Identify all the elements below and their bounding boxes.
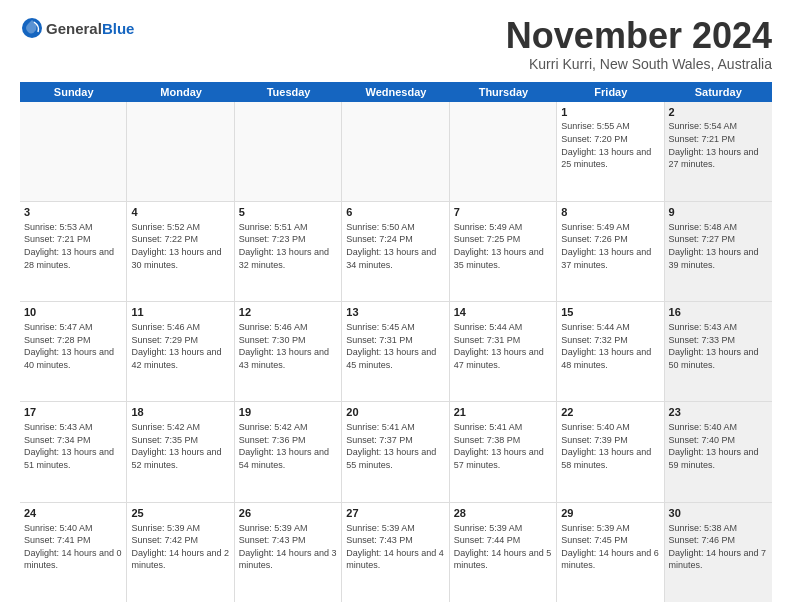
day-number-26: 26 [239, 506, 337, 521]
location: Kurri Kurri, New South Wales, Australia [506, 56, 772, 72]
day-number-20: 20 [346, 405, 444, 420]
header: GeneralBlue November 2024 Kurri Kurri, N… [20, 16, 772, 72]
day-number-21: 21 [454, 405, 552, 420]
day-number-22: 22 [561, 405, 659, 420]
day-info-23: Sunrise: 5:40 AM Sunset: 7:40 PM Dayligh… [669, 421, 768, 471]
day-number-24: 24 [24, 506, 122, 521]
day-22: 22Sunrise: 5:40 AM Sunset: 7:39 PM Dayli… [557, 402, 664, 501]
day-21: 21Sunrise: 5:41 AM Sunset: 7:38 PM Dayli… [450, 402, 557, 501]
day-info-14: Sunrise: 5:44 AM Sunset: 7:31 PM Dayligh… [454, 321, 552, 371]
day-13: 13Sunrise: 5:45 AM Sunset: 7:31 PM Dayli… [342, 302, 449, 401]
day-29: 29Sunrise: 5:39 AM Sunset: 7:45 PM Dayli… [557, 503, 664, 602]
day-4: 4Sunrise: 5:52 AM Sunset: 7:22 PM Daylig… [127, 202, 234, 301]
day-number-12: 12 [239, 305, 337, 320]
day-info-18: Sunrise: 5:42 AM Sunset: 7:35 PM Dayligh… [131, 421, 229, 471]
day-info-27: Sunrise: 5:39 AM Sunset: 7:43 PM Dayligh… [346, 522, 444, 572]
day-number-23: 23 [669, 405, 768, 420]
calendar-body: 1Sunrise: 5:55 AM Sunset: 7:20 PM Daylig… [20, 102, 772, 602]
header-thursday: Thursday [450, 82, 557, 102]
day-info-16: Sunrise: 5:43 AM Sunset: 7:33 PM Dayligh… [669, 321, 768, 371]
week-row-4: 17Sunrise: 5:43 AM Sunset: 7:34 PM Dayli… [20, 402, 772, 502]
day-number-29: 29 [561, 506, 659, 521]
header-friday: Friday [557, 82, 664, 102]
day-number-9: 9 [669, 205, 768, 220]
day-info-6: Sunrise: 5:50 AM Sunset: 7:24 PM Dayligh… [346, 221, 444, 271]
day-info-26: Sunrise: 5:39 AM Sunset: 7:43 PM Dayligh… [239, 522, 337, 572]
empty-cell [20, 102, 127, 201]
day-number-4: 4 [131, 205, 229, 220]
day-number-16: 16 [669, 305, 768, 320]
day-number-13: 13 [346, 305, 444, 320]
day-number-27: 27 [346, 506, 444, 521]
title-section: November 2024 Kurri Kurri, New South Wal… [506, 16, 772, 72]
day-info-19: Sunrise: 5:42 AM Sunset: 7:36 PM Dayligh… [239, 421, 337, 471]
day-10: 10Sunrise: 5:47 AM Sunset: 7:28 PM Dayli… [20, 302, 127, 401]
day-19: 19Sunrise: 5:42 AM Sunset: 7:36 PM Dayli… [235, 402, 342, 501]
day-info-11: Sunrise: 5:46 AM Sunset: 7:29 PM Dayligh… [131, 321, 229, 371]
day-info-5: Sunrise: 5:51 AM Sunset: 7:23 PM Dayligh… [239, 221, 337, 271]
day-16: 16Sunrise: 5:43 AM Sunset: 7:33 PM Dayli… [665, 302, 772, 401]
day-info-15: Sunrise: 5:44 AM Sunset: 7:32 PM Dayligh… [561, 321, 659, 371]
empty-cell [450, 102, 557, 201]
calendar: Sunday Monday Tuesday Wednesday Thursday… [20, 82, 772, 602]
day-15: 15Sunrise: 5:44 AM Sunset: 7:32 PM Dayli… [557, 302, 664, 401]
day-info-10: Sunrise: 5:47 AM Sunset: 7:28 PM Dayligh… [24, 321, 122, 371]
day-number-6: 6 [346, 205, 444, 220]
day-17: 17Sunrise: 5:43 AM Sunset: 7:34 PM Dayli… [20, 402, 127, 501]
day-14: 14Sunrise: 5:44 AM Sunset: 7:31 PM Dayli… [450, 302, 557, 401]
logo-general: General [46, 20, 102, 37]
day-number-19: 19 [239, 405, 337, 420]
day-number-3: 3 [24, 205, 122, 220]
day-26: 26Sunrise: 5:39 AM Sunset: 7:43 PM Dayli… [235, 503, 342, 602]
day-number-11: 11 [131, 305, 229, 320]
day-number-30: 30 [669, 506, 768, 521]
day-number-14: 14 [454, 305, 552, 320]
day-number-2: 2 [669, 105, 768, 120]
day-27: 27Sunrise: 5:39 AM Sunset: 7:43 PM Dayli… [342, 503, 449, 602]
day-info-29: Sunrise: 5:39 AM Sunset: 7:45 PM Dayligh… [561, 522, 659, 572]
day-info-9: Sunrise: 5:48 AM Sunset: 7:27 PM Dayligh… [669, 221, 768, 271]
day-1: 1Sunrise: 5:55 AM Sunset: 7:20 PM Daylig… [557, 102, 664, 201]
empty-cell [235, 102, 342, 201]
header-tuesday: Tuesday [235, 82, 342, 102]
day-8: 8Sunrise: 5:49 AM Sunset: 7:26 PM Daylig… [557, 202, 664, 301]
day-5: 5Sunrise: 5:51 AM Sunset: 7:23 PM Daylig… [235, 202, 342, 301]
header-wednesday: Wednesday [342, 82, 449, 102]
calendar-header: Sunday Monday Tuesday Wednesday Thursday… [20, 82, 772, 102]
week-row-5: 24Sunrise: 5:40 AM Sunset: 7:41 PM Dayli… [20, 503, 772, 602]
day-info-17: Sunrise: 5:43 AM Sunset: 7:34 PM Dayligh… [24, 421, 122, 471]
logo-blue: Blue [102, 20, 135, 37]
day-number-1: 1 [561, 105, 659, 120]
empty-cell [127, 102, 234, 201]
week-row-3: 10Sunrise: 5:47 AM Sunset: 7:28 PM Dayli… [20, 302, 772, 402]
day-info-25: Sunrise: 5:39 AM Sunset: 7:42 PM Dayligh… [131, 522, 229, 572]
day-info-2: Sunrise: 5:54 AM Sunset: 7:21 PM Dayligh… [669, 120, 768, 170]
day-25: 25Sunrise: 5:39 AM Sunset: 7:42 PM Dayli… [127, 503, 234, 602]
day-info-8: Sunrise: 5:49 AM Sunset: 7:26 PM Dayligh… [561, 221, 659, 271]
empty-cell [342, 102, 449, 201]
day-info-24: Sunrise: 5:40 AM Sunset: 7:41 PM Dayligh… [24, 522, 122, 572]
month-title: November 2024 [506, 16, 772, 56]
day-info-12: Sunrise: 5:46 AM Sunset: 7:30 PM Dayligh… [239, 321, 337, 371]
header-saturday: Saturday [665, 82, 772, 102]
day-info-28: Sunrise: 5:39 AM Sunset: 7:44 PM Dayligh… [454, 522, 552, 572]
day-20: 20Sunrise: 5:41 AM Sunset: 7:37 PM Dayli… [342, 402, 449, 501]
day-number-15: 15 [561, 305, 659, 320]
day-info-13: Sunrise: 5:45 AM Sunset: 7:31 PM Dayligh… [346, 321, 444, 371]
day-number-28: 28 [454, 506, 552, 521]
week-row-2: 3Sunrise: 5:53 AM Sunset: 7:21 PM Daylig… [20, 202, 772, 302]
day-28: 28Sunrise: 5:39 AM Sunset: 7:44 PM Dayli… [450, 503, 557, 602]
logo-icon [20, 16, 44, 40]
day-number-17: 17 [24, 405, 122, 420]
day-11: 11Sunrise: 5:46 AM Sunset: 7:29 PM Dayli… [127, 302, 234, 401]
day-info-4: Sunrise: 5:52 AM Sunset: 7:22 PM Dayligh… [131, 221, 229, 271]
logo: GeneralBlue [20, 16, 134, 40]
day-30: 30Sunrise: 5:38 AM Sunset: 7:46 PM Dayli… [665, 503, 772, 602]
header-monday: Monday [127, 82, 234, 102]
day-info-3: Sunrise: 5:53 AM Sunset: 7:21 PM Dayligh… [24, 221, 122, 271]
day-info-21: Sunrise: 5:41 AM Sunset: 7:38 PM Dayligh… [454, 421, 552, 471]
day-7: 7Sunrise: 5:49 AM Sunset: 7:25 PM Daylig… [450, 202, 557, 301]
header-sunday: Sunday [20, 82, 127, 102]
day-3: 3Sunrise: 5:53 AM Sunset: 7:21 PM Daylig… [20, 202, 127, 301]
day-info-22: Sunrise: 5:40 AM Sunset: 7:39 PM Dayligh… [561, 421, 659, 471]
